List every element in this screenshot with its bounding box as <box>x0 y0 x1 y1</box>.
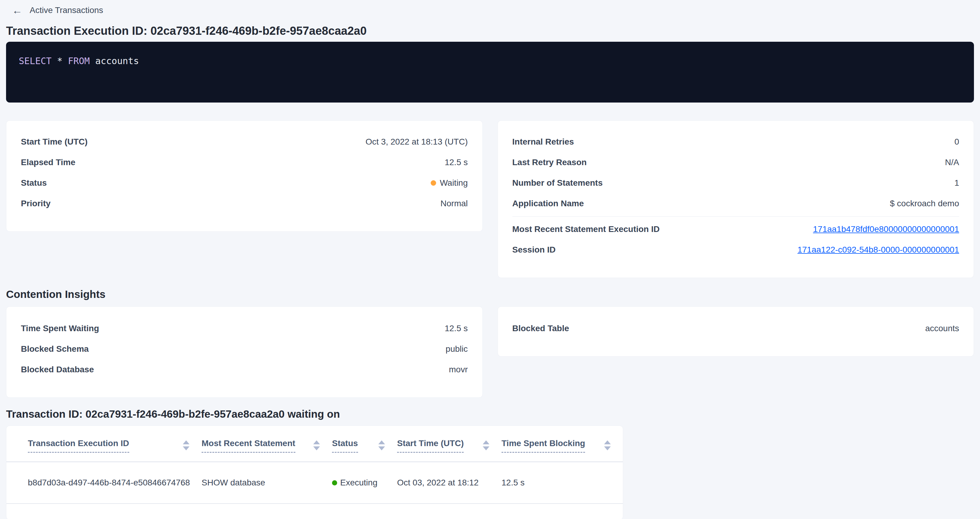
row-label: Blocked Table <box>512 324 569 333</box>
statement-execution-id-link[interactable]: 171aa1b478fdf0e80000000000000001 <box>813 224 959 234</box>
column-header-label: Most Recent Statement <box>202 438 295 453</box>
row-label: Blocked Database <box>21 365 94 375</box>
row-priority: Priority Normal <box>6 193 482 214</box>
sort-down-icon <box>378 446 385 450</box>
row-label: Internal Retries <box>512 137 574 147</box>
back-link-active-transactions[interactable]: Active Transactions <box>30 5 103 15</box>
breadcrumb: ← Active Transactions <box>0 0 980 16</box>
row-start-time: Start Time (UTC) Oct 3, 2022 at 18:13 (U… <box>6 132 482 152</box>
status-text: Executing <box>340 478 377 487</box>
column-header-label: Start Time (UTC) <box>397 438 464 453</box>
row-value: Oct 3, 2022 at 18:13 (UTC) <box>366 137 468 147</box>
row-application-name: Application Name $ cockroach demo <box>498 193 974 214</box>
card-divider <box>512 216 959 217</box>
column-header-label: Transaction Execution ID <box>28 438 129 453</box>
contention-cards-row: Time Spent Waiting 12.5 s Blocked Schema… <box>6 306 974 398</box>
row-value: $ cockroach demo <box>890 199 959 208</box>
table-row: b8d7d03a-d497-446b-8474-e50846674768 SHO… <box>6 462 623 504</box>
sort-down-icon <box>604 446 611 450</box>
status-executing-dot-icon <box>332 480 337 486</box>
row-label: Priority <box>21 199 51 208</box>
row-value: movr <box>449 365 468 375</box>
contention-right-card: Blocked Table accounts <box>498 306 974 357</box>
cell-most-recent-statement: SHOW database <box>202 478 332 487</box>
back-arrow-icon[interactable]: ← <box>12 5 22 16</box>
row-time-spent-waiting: Time Spent Waiting 12.5 s <box>6 318 482 339</box>
sort-icon[interactable] <box>483 440 489 450</box>
row-blocked-schema: Blocked Schema public <box>6 339 482 359</box>
row-value: N/A <box>945 157 959 167</box>
column-header-start-time[interactable]: Start Time (UTC) <box>397 438 501 453</box>
row-label: Last Retry Reason <box>512 157 587 167</box>
contention-left-card: Time Spent Waiting 12.5 s Blocked Schema… <box>6 306 483 398</box>
column-header-status[interactable]: Status <box>332 438 397 453</box>
row-label: Number of Statements <box>512 178 603 188</box>
sort-up-icon <box>604 440 611 444</box>
details-card: Internal Retries 0 Last Retry Reason N/A… <box>498 121 974 278</box>
status-waiting-dot-icon <box>431 180 436 186</box>
sort-icon[interactable] <box>183 440 189 450</box>
row-value: 0 <box>954 137 959 147</box>
sql-keyword-from: FROM <box>68 56 89 67</box>
column-header-most-recent-statement[interactable]: Most Recent Statement <box>202 438 332 453</box>
cell-transaction-execution-id: b8d7d03a-d497-446b-8474-e50846674768 <box>28 478 202 487</box>
session-id-link[interactable]: 171aa122-c092-54b8-0000-000000000001 <box>797 245 959 255</box>
row-blocked-table: Blocked Table accounts <box>498 318 974 339</box>
sort-down-icon <box>313 446 320 450</box>
sort-icon[interactable] <box>604 440 611 450</box>
row-value: 1 <box>954 178 959 188</box>
row-blocked-database: Blocked Database movr <box>6 359 482 380</box>
row-session-id: Session ID 171aa122-c092-54b8-0000-00000… <box>498 240 974 260</box>
row-value: 12.5 s <box>445 157 468 167</box>
waiting-transactions-table: Transaction Execution ID Most Recent Sta… <box>6 425 623 519</box>
row-label: Blocked Schema <box>21 344 89 354</box>
row-label: Start Time (UTC) <box>21 137 88 147</box>
summary-cards-row: Start Time (UTC) Oct 3, 2022 at 18:13 (U… <box>6 121 974 278</box>
column-header-label: Status <box>332 438 358 453</box>
column-header-time-spent-blocking[interactable]: Time Spent Blocking <box>501 438 623 453</box>
row-status: Status Waiting <box>6 173 482 193</box>
row-internal-retries: Internal Retries 0 <box>498 132 974 152</box>
cell-status: Executing <box>332 478 397 487</box>
cell-time-spent-blocking: 12.5 s <box>501 478 623 487</box>
row-value: 12.5 s <box>445 324 468 333</box>
sort-up-icon <box>313 440 320 444</box>
status-badge: Waiting <box>431 178 468 188</box>
row-label: Elapsed Time <box>21 157 75 167</box>
sort-icon[interactable] <box>378 440 385 450</box>
column-header-label: Time Spent Blocking <box>501 438 585 453</box>
row-value: public <box>445 344 468 354</box>
status-text: Waiting <box>440 178 468 188</box>
row-label: Time Spent Waiting <box>21 324 99 333</box>
table-header-row: Transaction Execution ID Most Recent Sta… <box>6 426 623 462</box>
contention-insights-heading: Contention Insights <box>6 287 974 301</box>
page-title: Transaction Execution ID: 02ca7931-f246-… <box>6 24 974 38</box>
sql-keyword-select: SELECT <box>19 56 51 67</box>
overview-card: Start Time (UTC) Oct 3, 2022 at 18:13 (U… <box>6 121 483 232</box>
column-header-transaction-execution-id[interactable]: Transaction Execution ID <box>28 438 202 453</box>
row-last-retry-reason: Last Retry Reason N/A <box>498 152 974 173</box>
row-number-of-statements: Number of Statements 1 <box>498 173 974 193</box>
row-label: Session ID <box>512 245 556 255</box>
sort-up-icon <box>378 440 385 444</box>
sort-down-icon <box>483 446 489 450</box>
row-label: Most Recent Statement Execution ID <box>512 224 660 234</box>
transaction-details-page: ← Active Transactions Transaction Execut… <box>0 0 980 519</box>
sort-up-icon <box>183 440 189 444</box>
row-value: accounts <box>925 324 959 333</box>
sort-icon[interactable] <box>313 440 320 450</box>
cell-start-time: Oct 03, 2022 at 18:12 <box>397 478 501 487</box>
sql-statement-box: SELECT*FROMaccounts <box>6 42 974 103</box>
row-label: Status <box>21 178 47 188</box>
waiting-on-heading: Transaction ID: 02ca7931-f246-469b-b2fe-… <box>6 407 974 421</box>
sort-down-icon <box>183 446 189 450</box>
row-value: Normal <box>441 199 468 208</box>
sort-up-icon <box>483 440 489 444</box>
row-most-recent-statement-execution-id: Most Recent Statement Execution ID 171aa… <box>498 219 974 240</box>
row-elapsed-time: Elapsed Time 12.5 s <box>6 152 482 173</box>
sql-star: * <box>57 56 62 67</box>
row-label: Application Name <box>512 199 584 208</box>
sql-table-name: accounts <box>95 56 139 67</box>
